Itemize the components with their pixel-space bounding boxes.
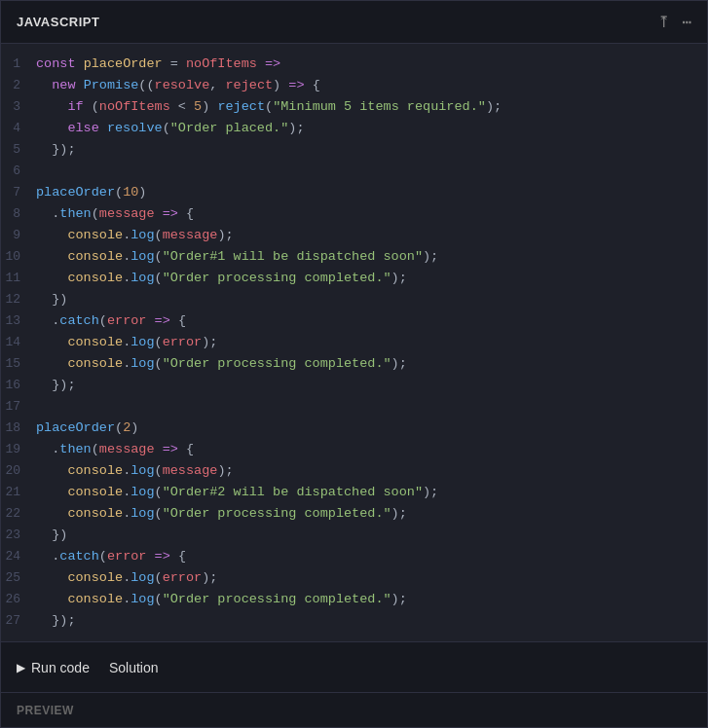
code-line-11: 11 console.log("Order processing complet… [1,268,707,289]
code-line-14: 14 console.log(error); [1,332,707,353]
code-line-20: 20 console.log(message); [1,460,707,482]
code-line-10: 10 console.log("Order#1 will be dispatch… [1,246,707,268]
code-line-5: 5 }); [1,139,707,161]
editor-title: JAVASCRIPT [17,15,99,29]
editor-header: JAVASCRIPT ⤒ ⋯ [1,1,707,44]
editor-container: JAVASCRIPT ⤒ ⋯ 1 const placeOrder = noOf… [0,0,708,728]
solution-button[interactable]: Solution [97,656,170,679]
toolbar: ▶ Run code Solution [1,641,707,692]
code-line-2: 2 new Promise((resolve, reject) => { [1,75,707,96]
preview-bar: PREVIEW [1,692,707,727]
preview-label: PREVIEW [17,704,74,717]
code-line-1: 1 const placeOrder = noOfItems => [1,54,707,75]
code-line-17: 17 [1,396,707,418]
code-line-12: 12 }) [1,289,707,310]
run-code-button[interactable]: ▶ Run code [17,656,97,679]
code-line-22: 22 console.log("Order processing complet… [1,503,707,525]
code-line-27: 27 }); [1,610,707,632]
expand-icon[interactable]: ⤒ [657,13,670,32]
header-actions: ⤒ ⋯ [657,13,691,32]
code-line-8: 8 .then(message => { [1,203,707,225]
code-line-7: 7 placeOrder(10) [1,182,707,203]
code-line-19: 19 .then(message => { [1,439,707,460]
code-area[interactable]: 1 const placeOrder = noOfItems => 2 new … [1,44,707,641]
code-line-6: 6 [1,161,707,182]
code-line-26: 26 console.log("Order processing complet… [1,589,707,610]
code-line-21: 21 console.log("Order#2 will be dispatch… [1,482,707,503]
code-line-4: 4 else resolve("Order placed."); [1,118,707,139]
code-line-24: 24 .catch(error => { [1,546,707,567]
code-line-15: 15 console.log("Order processing complet… [1,353,707,375]
code-line-9: 9 console.log(message); [1,225,707,246]
code-line-13: 13 .catch(error => { [1,310,707,332]
code-line-25: 25 console.log(error); [1,567,707,589]
code-line-18: 18 placeOrder(2) [1,418,707,439]
menu-icon[interactable]: ⋯ [682,13,691,32]
play-icon: ▶ [17,661,25,674]
code-line-3: 3 if (noOfItems < 5) reject("Minimum 5 i… [1,96,707,118]
solution-label: Solution [109,660,159,675]
run-code-label: Run code [31,660,90,675]
code-line-16: 16 }); [1,375,707,396]
code-line-23: 23 }) [1,525,707,546]
